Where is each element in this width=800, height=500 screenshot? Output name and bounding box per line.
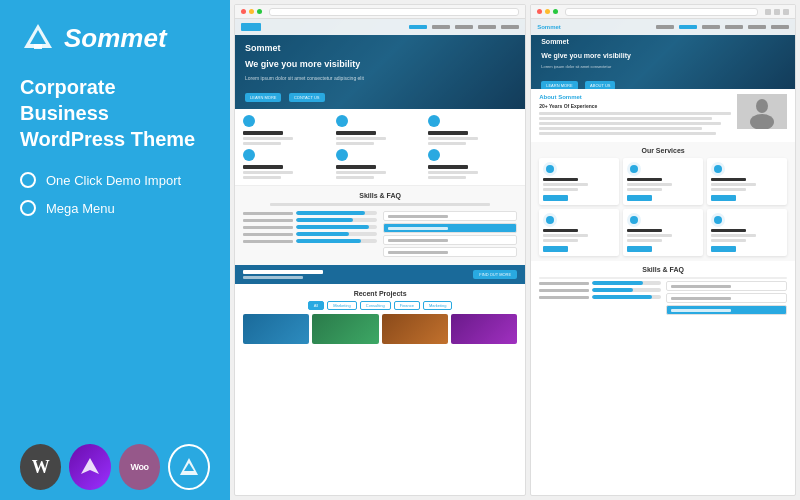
hero-btn1[interactable]: LEARN MORE bbox=[245, 93, 281, 102]
skill-label-r2 bbox=[539, 289, 589, 292]
svg-point-6 bbox=[756, 99, 768, 113]
about-heading: About Sommet bbox=[539, 94, 731, 100]
hero-nav-r: Sommet bbox=[531, 19, 795, 35]
skill-bar-4 bbox=[296, 232, 377, 236]
skill-fill-5 bbox=[296, 239, 361, 243]
logo-area: Sommet bbox=[20, 20, 210, 56]
service-card-btn-5[interactable] bbox=[627, 246, 652, 252]
skill-fill-2 bbox=[296, 218, 353, 222]
hero-btn-r2[interactable]: ABOUT US bbox=[585, 81, 615, 89]
projects-title: Recent Projects bbox=[243, 290, 517, 297]
service-title-6 bbox=[428, 165, 468, 169]
nav-links bbox=[409, 25, 519, 29]
avada-icon bbox=[79, 456, 101, 478]
filter-marketing[interactable]: Marketing bbox=[327, 301, 357, 310]
about-subtitle: 20+ Years Of Experience bbox=[539, 103, 731, 109]
projects-grid bbox=[243, 314, 517, 344]
service-icon-4 bbox=[243, 149, 255, 161]
hero-headline: We give you more visibility bbox=[245, 59, 364, 71]
service-desc-1a bbox=[243, 137, 293, 140]
services-right-section: Our Services bbox=[531, 142, 795, 261]
service-card-inner-4 bbox=[546, 216, 554, 224]
nav-logo bbox=[241, 23, 261, 31]
skill-bar-5 bbox=[296, 239, 377, 243]
service-card-inner-3 bbox=[714, 165, 722, 173]
service-card-inner-5 bbox=[630, 216, 638, 224]
nav-link-r5 bbox=[748, 25, 766, 29]
feature-item-1: One Click Demo Import bbox=[20, 172, 210, 188]
services-right-grid bbox=[539, 158, 787, 256]
faq-text-r2 bbox=[671, 297, 731, 300]
nav-brand-r: Sommet bbox=[537, 24, 561, 30]
feature-label-1: One Click Demo Import bbox=[46, 173, 181, 188]
about-line5 bbox=[539, 132, 715, 135]
faq-r3 bbox=[666, 305, 787, 315]
service-icon-3 bbox=[428, 115, 440, 127]
nav-link-r2 bbox=[679, 25, 697, 29]
faq-text-2 bbox=[388, 227, 448, 230]
service-card-btn-4[interactable] bbox=[543, 246, 568, 252]
filter-consulting[interactable]: Consulting bbox=[360, 301, 391, 310]
skill-label-r1 bbox=[539, 282, 589, 285]
cta-title-bar bbox=[243, 270, 323, 274]
service-desc-5b bbox=[336, 176, 374, 179]
hero-left: Sommet We give you more visibility Lorem… bbox=[235, 19, 525, 109]
hero-btn2[interactable]: CONTACT US bbox=[289, 93, 325, 102]
hero-btn-r1[interactable]: LEARN MORE bbox=[541, 81, 577, 89]
skills-title: Skills & FAQ bbox=[243, 192, 517, 199]
filter-all[interactable]: All bbox=[308, 301, 324, 310]
service-card-text-6b bbox=[711, 239, 746, 242]
service-card-icon-3 bbox=[711, 162, 725, 176]
skill-fill-r1 bbox=[592, 281, 643, 285]
service-card-title-4 bbox=[543, 229, 578, 232]
filter-marketing2[interactable]: Marketing bbox=[423, 301, 453, 310]
skills-bars bbox=[243, 211, 377, 259]
skill-r2 bbox=[539, 288, 660, 292]
skill-label-r3 bbox=[539, 296, 589, 299]
skills-content bbox=[243, 211, 517, 259]
skill-3 bbox=[243, 225, 377, 229]
service-icon-6 bbox=[428, 149, 440, 161]
hero-subtitle-r: Lorem ipsum dolor sit amet consectetur bbox=[541, 64, 631, 69]
cta-btn[interactable]: FIND OUT MORE bbox=[473, 270, 517, 279]
projects-section: Recent Projects All Marketing Consulting… bbox=[235, 284, 525, 350]
filter-finance[interactable]: Finance bbox=[394, 301, 420, 310]
skill-bar-r2 bbox=[592, 288, 660, 292]
service-card-text-1b bbox=[543, 188, 578, 191]
skill-bar-3 bbox=[296, 225, 377, 229]
skills-faq-right: Skills & FAQ bbox=[531, 261, 795, 322]
browser-bar-right bbox=[531, 5, 795, 19]
project-1 bbox=[243, 314, 309, 344]
service-card-btn-3[interactable] bbox=[711, 195, 736, 201]
about-line3 bbox=[539, 122, 721, 125]
project-4 bbox=[451, 314, 517, 344]
skill-2 bbox=[243, 218, 377, 222]
service-card-text-4b bbox=[543, 239, 578, 242]
service-card-btn-1[interactable] bbox=[543, 195, 568, 201]
service-title-4 bbox=[243, 165, 283, 169]
service-card-title-2 bbox=[627, 178, 662, 181]
service-card-icon-2 bbox=[627, 162, 641, 176]
service-card-text-5a bbox=[627, 234, 672, 237]
about-line1 bbox=[539, 112, 731, 115]
faq-2 bbox=[383, 223, 517, 233]
faq-text-1 bbox=[388, 215, 448, 218]
nav-link-1 bbox=[409, 25, 427, 29]
skill-bar-r1 bbox=[592, 281, 660, 285]
hero-right: Sommet Sommet We give you more visibilit… bbox=[531, 19, 795, 89]
faq-r2 bbox=[666, 293, 787, 303]
service-4 bbox=[243, 149, 332, 179]
dot-green bbox=[257, 9, 262, 14]
url-bar-right bbox=[565, 8, 758, 16]
nav-link-5 bbox=[501, 25, 519, 29]
service-title-3 bbox=[428, 131, 468, 135]
skills-content-r bbox=[539, 281, 787, 317]
hero-nav bbox=[235, 19, 525, 35]
skill-fill-r3 bbox=[592, 295, 652, 299]
nav-link-r3 bbox=[702, 25, 720, 29]
dot-red bbox=[241, 9, 246, 14]
about-text: About Sommet 20+ Years Of Experience bbox=[539, 94, 731, 137]
service-card-btn-2[interactable] bbox=[627, 195, 652, 201]
service-card-btn-6[interactable] bbox=[711, 246, 736, 252]
service-card-text-1a bbox=[543, 183, 588, 186]
